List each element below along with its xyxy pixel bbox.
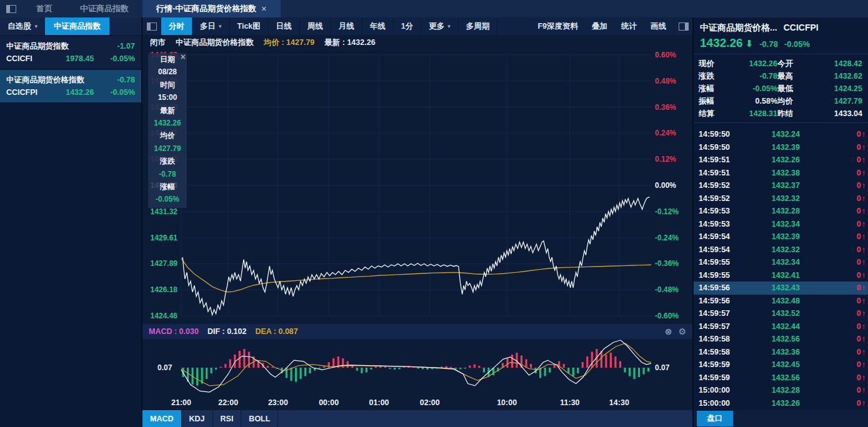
- tick-time: 14:59:57: [699, 309, 742, 318]
- tick-volume: 0: [800, 232, 861, 241]
- indicator-tab-RSI[interactable]: RSI: [213, 410, 242, 427]
- tick-price: 1432.32: [742, 194, 800, 203]
- instrument-name: 中证商品期货价格指数: [6, 74, 84, 86]
- tick-row[interactable]: 14:59:511432.380↑: [694, 167, 868, 180]
- tick-row[interactable]: 14:59:571432.440↑: [694, 320, 868, 333]
- instrument-code: CCICFI: [6, 52, 32, 65]
- tick-row[interactable]: 14:59:571432.520↑: [694, 307, 868, 320]
- watchlist-item-row2: CCICFI1978.45-0.05%: [6, 52, 135, 65]
- stat-value: 1427.79: [810, 95, 862, 107]
- tick-time: 14:59:52: [699, 194, 742, 203]
- tick-row[interactable]: 14:59:541432.390↑: [694, 230, 868, 243]
- tick-volume: 0: [800, 245, 861, 254]
- stat-label: 振幅: [699, 95, 725, 107]
- toolbar-button-年线[interactable]: 年线: [362, 17, 394, 35]
- indicator-close-icon[interactable]: ⊗: [665, 326, 672, 336]
- tick-row[interactable]: 14:59:511432.260↑: [694, 154, 868, 167]
- tick-row[interactable]: 14:59:541432.320↑: [694, 243, 868, 257]
- toolbar-button-Tick图[interactable]: Tick图: [230, 17, 269, 35]
- stat-value: 1432.62: [810, 70, 862, 82]
- tick-row[interactable]: 14:59:561432.430↑: [694, 282, 868, 295]
- intraday-chart[interactable]: 1441.621439.901438.191436.471434.761433.…: [142, 50, 692, 324]
- tick-row[interactable]: 14:59:501432.390↑: [694, 141, 868, 154]
- group-chip-active[interactable]: 中证商品指数: [45, 17, 109, 35]
- tick-volume: 0: [800, 399, 861, 408]
- stat-value: 1424.25: [810, 82, 862, 95]
- indicator-tabs: MACDKDJRSIBOLL: [142, 410, 692, 427]
- toolbar-button-分时[interactable]: 分时: [161, 17, 192, 35]
- stat-label: 昨结: [777, 107, 810, 120]
- tick-price: 1432.28: [742, 207, 800, 215]
- watchlist-item[interactable]: 中证商品期货价格指数-0.78CCICFPI1432.26-0.05%: [0, 70, 141, 102]
- price-axis-label: 1426.18: [144, 285, 177, 294]
- close-icon[interactable]: ×: [261, 4, 266, 14]
- pct-axis-label: -0.60%: [655, 312, 691, 320]
- toolbar-right-button-1[interactable]: 叠加: [592, 21, 607, 32]
- tooltip-label: 最新: [148, 104, 187, 117]
- dif-line: [181, 340, 651, 392]
- indicator-tab-BOLL[interactable]: BOLL: [241, 410, 278, 427]
- toolbar-button-1分[interactable]: 1分: [394, 17, 421, 35]
- toolbar-right-button-2[interactable]: 统计: [621, 21, 637, 32]
- chart-tooltip: ×日期08/28时间15:00最新1432.26均价1427.79涨跌-0.78…: [148, 53, 187, 208]
- up-arrow-icon: ↑: [862, 283, 866, 292]
- tick-time: 14:59:50: [699, 130, 742, 139]
- stat-value: 1433.04: [810, 107, 862, 120]
- tick-row[interactable]: 15:00:001432.280↑: [694, 384, 868, 397]
- tick-row[interactable]: 14:59:551432.340↑: [694, 256, 868, 269]
- group-selector[interactable]: 自选股 ▾: [0, 17, 45, 35]
- watchlist-item-row2: CCICFPI1432.26-0.05%: [6, 86, 135, 99]
- up-arrow-icon: ↑: [862, 232, 866, 241]
- grid-lines: [181, 55, 651, 316]
- stat-value: 1428.42: [810, 57, 862, 70]
- toolbar-button-label: 日线: [276, 21, 292, 32]
- toolbar-button-多周期[interactable]: 多周期: [459, 17, 498, 35]
- toolbar-button-日线[interactable]: 日线: [269, 17, 300, 35]
- tooltip-value: 15:00: [148, 91, 187, 104]
- tick-row[interactable]: 14:59:591432.450↑: [694, 358, 868, 371]
- tick-row[interactable]: 14:59:531432.340↑: [694, 218, 868, 231]
- tick-row[interactable]: 14:59:551432.410↑: [694, 269, 868, 282]
- panel-collapse-icon[interactable]: [142, 17, 161, 35]
- top-tab-0[interactable]: 首页: [22, 0, 66, 17]
- top-tab-bar: 首页中证商品指数行情-中证商品期货价格指数×: [0, 0, 868, 17]
- macd-pane[interactable]: 0.070.07: [142, 339, 692, 396]
- toolbar-button-多日[interactable]: 多日▾: [192, 17, 230, 35]
- panel-expand-icon[interactable]: [674, 17, 692, 35]
- tick-row[interactable]: 14:59:581432.560↑: [694, 333, 868, 346]
- toolbar-right-button-0[interactable]: F9深度资料: [537, 21, 578, 32]
- tick-list[interactable]: 14:59:501432.240↑14:59:501432.390↑14:59:…: [694, 128, 868, 410]
- tick-row[interactable]: 14:59:591432.560↑: [694, 371, 868, 385]
- tick-row[interactable]: 14:59:561432.480↑: [694, 295, 868, 308]
- up-arrow-icon: ↑: [862, 271, 866, 280]
- tick-row[interactable]: 15:00:001432.260↑: [694, 397, 868, 410]
- toolbar-button-月线[interactable]: 月线: [331, 17, 362, 35]
- tick-row[interactable]: 14:59:521432.370↑: [694, 179, 868, 192]
- toolbar-right-button-3[interactable]: 画线: [651, 21, 666, 32]
- period-buttons: 分时多日▾Tick图日线周线月线年线1分更多▾多周期: [161, 17, 497, 35]
- close-icon[interactable]: ×: [181, 52, 186, 62]
- tick-volume: 0: [800, 297, 861, 305]
- pct-axis-label: 0.48%: [655, 77, 691, 86]
- tick-row[interactable]: 14:59:531432.280↑: [694, 205, 868, 218]
- tick-row[interactable]: 14:59:581432.360↑: [694, 346, 868, 359]
- stat-label: 最低: [777, 82, 810, 95]
- tooltip-label: 涨跌: [148, 155, 187, 167]
- indicator-tab-MACD[interactable]: MACD: [142, 410, 182, 427]
- tick-volume: 0: [800, 309, 861, 318]
- order-book-button[interactable]: 盘口: [697, 411, 733, 426]
- top-tab-2[interactable]: 行情-中证商品期货价格指数×: [142, 0, 281, 17]
- top-tab-1[interactable]: 中证商品指数: [66, 0, 142, 17]
- toolbar-button-更多[interactable]: 更多▾: [421, 17, 459, 35]
- tick-price: 1432.34: [742, 258, 800, 267]
- tick-row[interactable]: 14:59:501432.240↑: [694, 128, 868, 141]
- instrument-name: 中证商品期货价格指数: [176, 37, 254, 48]
- quote-code: CCICFPI: [784, 22, 819, 34]
- time-axis: 21:0022:0023:0000:0001:0002:0010:0011:30…: [142, 396, 692, 410]
- indicator-tab-KDJ[interactable]: KDJ: [182, 410, 213, 427]
- tick-row[interactable]: 14:59:521432.320↑: [694, 192, 868, 205]
- sidebar-toggle-icon[interactable]: [6, 5, 16, 13]
- gear-icon[interactable]: ⚙: [678, 326, 686, 336]
- watchlist-item[interactable]: 中证商品期货指数-1.07CCICFI1978.45-0.05%: [0, 36, 141, 69]
- toolbar-button-周线[interactable]: 周线: [300, 17, 331, 35]
